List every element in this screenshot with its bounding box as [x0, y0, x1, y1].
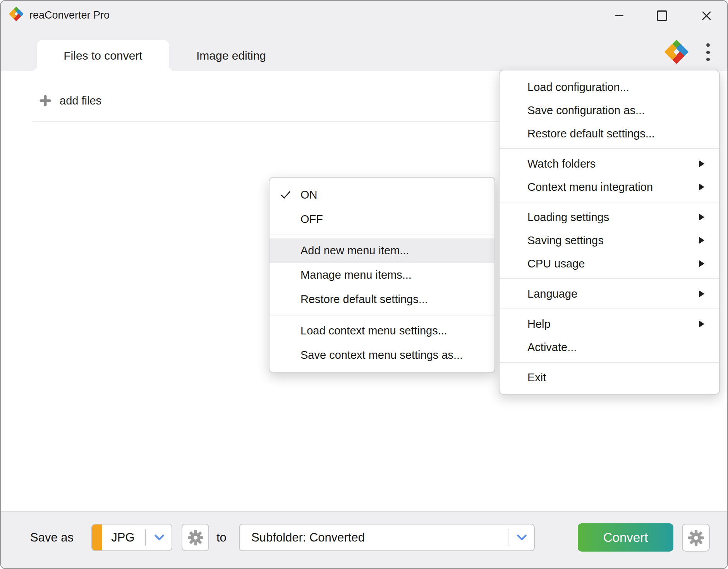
menu-item-label: Load context menu settings... — [300, 324, 447, 337]
menu-item-watch-folders[interactable]: Watch folders — [500, 152, 719, 175]
menu-item-restore-default-settings[interactable]: Restore default settings... — [270, 287, 494, 312]
menu-item-label: Restore default settings... — [527, 127, 655, 140]
menu-item-activate[interactable]: Activate... — [500, 336, 719, 359]
format-select[interactable]: JPG — [91, 524, 172, 551]
menu-item-restore-default-settings[interactable]: Restore default settings... — [500, 122, 719, 145]
submenu-arrow-icon — [699, 160, 704, 167]
menu-item-off[interactable]: OFF — [270, 207, 494, 231]
format-value: JPG — [102, 524, 144, 550]
menu-item-label: Manage menu items... — [300, 269, 412, 281]
maximize-button[interactable] — [652, 5, 672, 26]
menu-item-add-new-menu-item[interactable]: Add new menu item... — [270, 238, 494, 263]
menu-item-save-configuration-as[interactable]: Save configuration as... — [500, 99, 719, 122]
menu-item-label: Exit — [527, 371, 546, 384]
kebab-dot — [706, 43, 710, 47]
menu-item-loading-settings[interactable]: Loading settings — [500, 206, 719, 229]
destination-select[interactable]: Subfolder: Converted — [239, 524, 535, 551]
menu-item-saving-settings[interactable]: Saving settings — [500, 229, 719, 252]
save-as-label: Save as — [30, 524, 74, 551]
submenu-arrow-icon — [699, 320, 704, 327]
menu-item-exit[interactable]: Exit — [500, 366, 719, 389]
app-window: reaConverter Pro Files to convert Image … — [0, 0, 728, 569]
app-menu-button[interactable] — [699, 43, 717, 62]
kebab-dot — [706, 51, 710, 54]
close-button[interactable] — [696, 5, 716, 26]
kebab-dot — [706, 58, 710, 61]
titlebar: reaConverter Pro — [1, 1, 727, 28]
menu-item-label: OFF — [300, 213, 323, 226]
menu-divider — [270, 235, 494, 235]
context-menu-settings-menu: ONOFFAdd new menu item...Manage menu ite… — [269, 177, 495, 373]
menu-item-cpu-usage[interactable]: CPU usage — [500, 252, 719, 275]
menu-item-label: Watch folders — [527, 158, 596, 170]
format-accent-bar — [92, 524, 102, 550]
tab-label: Image editing — [196, 49, 266, 62]
maximize-icon — [657, 10, 667, 21]
menu-item-context-menu-integration[interactable]: Context menu integration — [500, 175, 719, 199]
menu-item-load-configuration[interactable]: Load configuration... — [500, 75, 719, 99]
menu-item-label: Save context menu settings as... — [300, 349, 463, 362]
gear-icon — [187, 529, 204, 546]
menu-item-label: Help — [527, 318, 551, 331]
destination-value: Subfolder: Converted — [251, 524, 503, 550]
minimize-button[interactable] — [609, 5, 629, 26]
menu-item-label: Activate... — [527, 341, 577, 354]
to-label: to — [216, 524, 227, 551]
menu-divider — [500, 362, 719, 363]
menu-item-label: ON — [300, 189, 318, 201]
menu-item-save-context-menu-settings-as[interactable]: Save context menu settings as... — [270, 343, 494, 367]
tab-image-editing[interactable]: Image editing — [175, 40, 287, 71]
app-title: reaConverter Pro — [29, 1, 110, 29]
chevron-down-icon — [154, 534, 165, 541]
reaconverter-logo-icon — [9, 6, 24, 22]
add-files-label: add files — [60, 94, 101, 107]
menu-divider — [270, 315, 494, 315]
menu-item-label: Save configuration as... — [527, 104, 645, 117]
menu-divider — [500, 148, 719, 149]
menu-item-load-context-menu-settings[interactable]: Load context menu settings... — [270, 319, 494, 343]
chevron-down-icon — [517, 534, 527, 541]
submenu-arrow-icon — [699, 237, 704, 244]
menu-item-label: Loading settings — [527, 211, 609, 224]
combo-separator — [145, 529, 146, 546]
menu-item-language[interactable]: Language — [500, 282, 719, 305]
menu-item-label: Add new menu item... — [300, 244, 409, 257]
menu-item-label: CPU usage — [527, 257, 585, 270]
minimize-icon — [615, 15, 623, 16]
plus-icon — [39, 95, 51, 106]
submenu-arrow-icon — [699, 183, 704, 190]
menu-item-help[interactable]: Help — [500, 312, 719, 336]
submenu-arrow-icon — [699, 214, 704, 221]
tab-label: Files to convert — [64, 49, 142, 62]
combo-separator — [508, 529, 508, 546]
convert-settings-button[interactable] — [682, 524, 710, 552]
format-settings-button[interactable] — [182, 524, 209, 551]
menu-item-on[interactable]: ON — [270, 183, 494, 207]
menu-divider — [500, 202, 719, 202]
app-menu: Load configuration...Save configuration … — [499, 70, 720, 395]
menu-item-label: Load configuration... — [527, 81, 629, 94]
menu-item-label: Language — [527, 288, 577, 300]
close-icon — [701, 10, 712, 21]
add-files-button[interactable]: add files — [39, 90, 101, 111]
menu-item-label: Context menu integration — [527, 181, 653, 194]
checkmark-icon — [280, 190, 291, 199]
submenu-arrow-icon — [699, 290, 704, 297]
menu-divider — [500, 308, 719, 309]
submenu-arrow-icon — [699, 260, 704, 267]
convert-label: Convert — [603, 530, 648, 545]
menu-item-label: Saving settings — [527, 234, 604, 247]
menu-item-label: Restore default settings... — [300, 293, 428, 306]
tab-files-to-convert[interactable]: Files to convert — [37, 40, 169, 71]
menu-divider — [500, 278, 719, 279]
menu-item-manage-menu-items[interactable]: Manage menu items... — [270, 263, 494, 287]
convert-button[interactable]: Convert — [578, 523, 673, 552]
reaconverter-logo-icon — [664, 39, 689, 65]
gear-icon — [687, 529, 705, 547]
